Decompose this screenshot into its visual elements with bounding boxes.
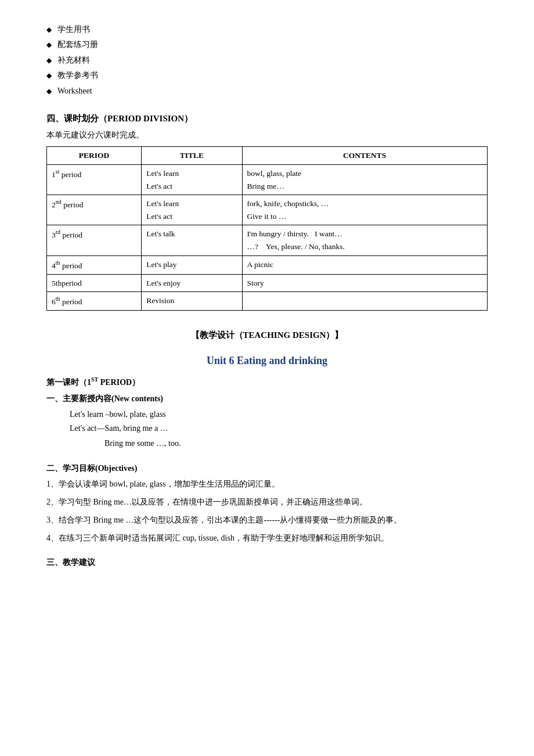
bullet-list: ◆ 学生用书 ◆ 配套练习册 ◆ 补充材料 ◆ 教学参考书 ◆ Workshee…	[46, 23, 488, 98]
bullet-icon: ◆	[46, 39, 52, 51]
section-two-title: 二、学习目标(Objectives)	[46, 462, 488, 475]
table-row: 6th period Revision	[47, 292, 488, 311]
period-table: PERIOD TITLE CONTENTS 1st period Let's l…	[46, 146, 488, 311]
objective-item: 2、学习句型 Bring me…以及应答，在情境中进一步巩固新授单词，并正确运用…	[46, 495, 488, 509]
objective-item: 3、结合学习 Bring me …这个句型以及应答，引出本课的主题------从…	[46, 513, 488, 527]
section-one-title: 一、主要新授内容(New contents)	[46, 393, 488, 405]
section-two: 二、学习目标(Objectives) 1、学会认读单词 bowl, plate,…	[46, 462, 488, 545]
section-one-indent: Bring me some …, too.	[104, 437, 488, 450]
title-cell: Let's enjoy	[142, 274, 242, 292]
title-cell: Revision	[142, 292, 242, 311]
table-row: 2nd period Let's learnLet's act fork, kn…	[47, 195, 488, 225]
bullet-icon: ◆	[46, 24, 52, 35]
col-header-contents: CONTENTS	[242, 147, 487, 165]
list-item: ◆ 补充材料	[46, 54, 488, 67]
table-row: 3rd period Let's talk I'm hungry / thirs…	[47, 225, 488, 255]
section-one-content: Let's learn –bowl, plate, glass Let's ac…	[70, 408, 488, 435]
teaching-design-header: 【教学设计（TEACHING DESIGN）】	[46, 328, 488, 342]
contents-cell	[242, 292, 487, 311]
list-item-text: 配套练习册	[57, 38, 98, 51]
contents-cell: bowl, glass, plateBring me…	[242, 164, 487, 195]
content-line: Bring me some …, too.	[104, 437, 488, 450]
table-row: 4th period Let's play A picnic	[47, 255, 488, 274]
content-line: Let's act—Sam, bring me a …	[70, 422, 488, 435]
unit-title: Unit 6 Eating and drinking	[46, 352, 488, 369]
objective-item: 1、学会认读单词 bowl, plate, glass，增加学生生活用品的词汇量…	[46, 477, 488, 491]
bullet-icon: ◆	[46, 70, 52, 81]
col-header-period: PERIOD	[47, 147, 142, 165]
list-item: ◆ 教学参考书	[46, 69, 488, 82]
period-cell: 4th period	[47, 255, 142, 274]
title-cell: Let's learnLet's act	[142, 164, 242, 195]
title-cell: Let's talk	[142, 225, 242, 255]
section-four-heading: 四、课时划分（PERIOD DIVISION）	[46, 111, 488, 125]
period-cell: 2nd period	[47, 195, 142, 225]
list-item-text: 教学参考书	[57, 69, 98, 82]
table-row: 5thperiod Let's enjoy Story	[47, 274, 488, 292]
bullet-icon: ◆	[46, 86, 52, 97]
contents-cell: A picnic	[242, 255, 487, 274]
bullet-icon: ◆	[46, 55, 52, 66]
section-three: 三、教学建议	[46, 556, 488, 569]
table-row: 1st period Let's learnLet's act bowl, gl…	[47, 164, 488, 195]
contents-cell: I'm hungry / thirsty. I want……? Yes, ple…	[242, 225, 487, 255]
contents-cell: Story	[242, 274, 487, 292]
list-item-text: 学生用书	[57, 23, 90, 36]
list-item-text: 补充材料	[57, 54, 90, 67]
section-four-note: 本单元建议分六课时完成。	[46, 129, 488, 142]
first-period-label: 第一课时（1ST PERIOD）	[46, 375, 488, 389]
period-cell: 5thperiod	[47, 274, 142, 292]
period-cell: 3rd period	[47, 225, 142, 255]
list-item-text: Worksheet	[57, 85, 92, 98]
list-item: ◆ 学生用书	[46, 23, 488, 36]
title-cell: Let's learnLet's act	[142, 195, 242, 225]
title-cell: Let's play	[142, 255, 242, 274]
period-cell: 1st period	[47, 164, 142, 195]
objective-item: 4、在练习三个新单词时适当拓展词汇 cup, tissue, dish，有助于学…	[46, 531, 488, 545]
period-cell: 6th period	[47, 292, 142, 311]
contents-cell: fork, knife, chopsticks, …Give it to …	[242, 195, 487, 225]
list-item: ◆ Worksheet	[46, 85, 488, 98]
list-item: ◆ 配套练习册	[46, 38, 488, 51]
col-header-title: TITLE	[142, 147, 242, 165]
section-three-title: 三、教学建议	[46, 556, 488, 569]
content-line: Let's learn –bowl, plate, glass	[70, 408, 488, 421]
